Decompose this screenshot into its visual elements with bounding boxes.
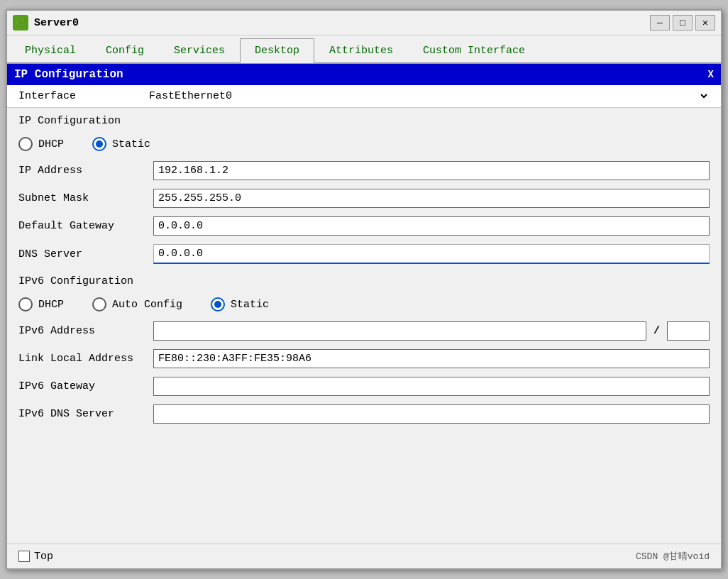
top-label: Top xyxy=(34,551,53,563)
top-checkbox-area: Top xyxy=(18,551,53,563)
default-gateway-label: Default Gateway xyxy=(18,220,146,232)
ip-static-label: Static xyxy=(112,138,150,150)
dns-server-row: DNS Server xyxy=(7,240,721,268)
ipv6-address-input[interactable] xyxy=(153,321,646,341)
title-bar: 🌿 Server0 — □ ✕ xyxy=(7,11,721,35)
default-gateway-input[interactable] xyxy=(153,216,710,236)
ipv6-dns-input[interactable] xyxy=(153,404,710,424)
subnet-mask-label: Subnet Mask xyxy=(18,192,146,204)
tab-attributes[interactable]: Attributes xyxy=(314,38,408,62)
ip-address-row: IP Address xyxy=(7,157,721,184)
ipv6-config-section-title: IPv6 Configuration xyxy=(7,268,721,292)
ip-static-radio-circle[interactable] xyxy=(92,137,106,151)
ipv6-address-row: IPv6 Address / xyxy=(7,317,721,345)
dns-server-input[interactable] xyxy=(153,244,710,264)
ipv6-auto-radio[interactable]: Auto Config xyxy=(92,297,182,311)
ipv6-radio-group: DHCP Auto Config Static xyxy=(7,292,721,317)
ip-dhcp-radio[interactable]: DHCP xyxy=(18,137,64,151)
ip-dhcp-radio-circle[interactable] xyxy=(18,137,33,151)
link-local-input[interactable] xyxy=(153,349,710,368)
interface-row: Interface FastEthernet0 xyxy=(7,85,721,108)
ip-address-label: IP Address xyxy=(18,165,146,177)
minimize-button[interactable]: — xyxy=(650,15,670,31)
tab-desktop[interactable]: Desktop xyxy=(240,38,314,63)
tab-physical[interactable]: Physical xyxy=(10,38,91,62)
tab-services[interactable]: Services xyxy=(159,38,240,62)
ip-config-section-title: IP Configuration xyxy=(7,108,721,131)
bottom-bar: Top CSDN @甘晴void xyxy=(7,544,721,568)
panel-close-button[interactable]: X xyxy=(708,69,714,80)
app-icon: 🌿 xyxy=(13,15,28,31)
ipv6-dns-row: IPv6 DNS Server xyxy=(7,400,721,428)
ipv6-dhcp-radio-circle[interactable] xyxy=(18,297,33,311)
watermark: CSDN @甘晴void xyxy=(636,550,710,563)
tab-bar: Physical Config Services Desktop Attribu… xyxy=(7,35,721,64)
link-local-label: Link Local Address xyxy=(18,353,146,365)
ipv6-dns-label: IPv6 DNS Server xyxy=(18,408,146,420)
ipv6-prefix-input[interactable] xyxy=(667,321,710,341)
interface-label: Interface xyxy=(18,90,146,102)
ip-address-input[interactable] xyxy=(153,161,710,180)
maximize-button[interactable]: □ xyxy=(673,15,693,31)
dns-server-label: DNS Server xyxy=(18,248,146,260)
ip-radio-group: DHCP Static xyxy=(7,131,721,157)
default-gateway-row: Default Gateway xyxy=(7,212,721,240)
ipv6-auto-label: Auto Config xyxy=(112,299,182,311)
panel-header: IP Configuration X xyxy=(7,64,721,85)
top-checkbox[interactable] xyxy=(18,551,30,562)
ipv6-address-label: IPv6 Address xyxy=(18,325,146,337)
subnet-mask-input[interactable] xyxy=(153,189,710,208)
ipv6-dhcp-radio[interactable]: DHCP xyxy=(18,297,64,311)
ipv6-slash: / xyxy=(653,325,660,337)
close-button[interactable]: ✕ xyxy=(695,15,715,31)
content-area: IP Configuration X Interface FastEtherne… xyxy=(7,64,721,544)
ipv6-static-label: Static xyxy=(231,299,269,311)
ipv6-gateway-input[interactable] xyxy=(153,377,710,396)
panel-title: IP Configuration xyxy=(14,68,123,81)
spacer xyxy=(7,428,721,456)
window-controls: — □ ✕ xyxy=(650,15,715,31)
ip-dhcp-label: DHCP xyxy=(38,138,64,150)
subnet-mask-row: Subnet Mask xyxy=(7,184,721,212)
ipv6-static-radio-circle[interactable] xyxy=(211,297,225,311)
interface-select[interactable]: FastEthernet0 xyxy=(146,89,710,103)
tab-config[interactable]: Config xyxy=(91,38,159,62)
ipv6-static-radio[interactable]: Static xyxy=(211,297,269,311)
ip-static-radio[interactable]: Static xyxy=(92,137,150,151)
ipv6-gateway-row: IPv6 Gateway xyxy=(7,373,721,400)
link-local-row: Link Local Address xyxy=(7,345,721,373)
ipv6-gateway-label: IPv6 Gateway xyxy=(18,380,146,392)
ipv6-auto-radio-circle[interactable] xyxy=(92,297,106,311)
ipv6-dhcp-label: DHCP xyxy=(38,299,64,311)
tab-custom-interface[interactable]: Custom Interface xyxy=(408,38,540,62)
window-title: Server0 xyxy=(34,17,644,29)
main-window: 🌿 Server0 — □ ✕ Physical Config Services… xyxy=(6,9,722,570)
